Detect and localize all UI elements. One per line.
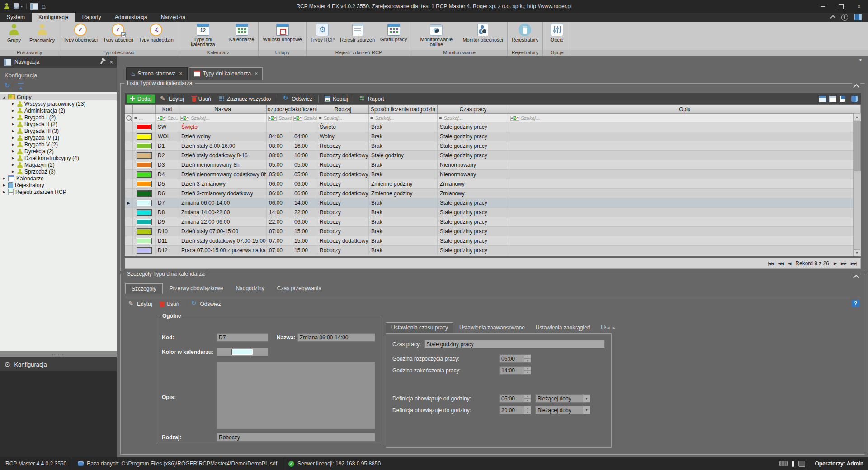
tree-item-magazyn-2-[interactable]: ▶Magazyn (2): [0, 161, 117, 168]
column-header-nazwa[interactable]: Nazwa: [179, 105, 267, 114]
time-spinner-godzina-zakończenia-pracy-[interactable]: 14:00▲▼: [499, 366, 531, 375]
tree-collapse-icon[interactable]: ▶: [11, 156, 15, 160]
filter-cell[interactable]: =Szukaj...: [369, 114, 438, 122]
filter-cell[interactable]: =Szukaj...: [438, 114, 509, 122]
tree-collapse-icon[interactable]: ▶: [2, 177, 6, 180]
equals-filter-icon[interactable]: =: [439, 115, 442, 121]
menu-tab-narzędzia[interactable]: Narzędzia: [154, 13, 192, 22]
chevron-down-icon[interactable]: ▼: [583, 406, 590, 414]
minimize-button[interactable]: [814, 0, 832, 13]
filter-cell[interactable]: ABCSzu...: [156, 114, 179, 122]
table-row-d8[interactable]: D8Zmiana 14:00-22:0014:0022:00RoboczyBra…: [125, 208, 861, 217]
column-header-rodzaj[interactable]: Rodzaj: [317, 105, 369, 114]
tab-ustawienia-zaokrągleń[interactable]: Ustawienia zaokrągleń: [531, 323, 595, 333]
spinner-down-icon[interactable]: ▼: [524, 359, 531, 362]
filter-cell[interactable]: ABCSzukaj...: [509, 114, 861, 122]
close-tab-icon[interactable]: ×: [179, 70, 183, 77]
ribbon-button-rejestratory[interactable]: Rejestratory: [509, 23, 541, 49]
table-row-sw[interactable]: SWŚwiętoŚwiętoBrakStałe godziny pracy: [125, 122, 861, 132]
spinner-up-icon[interactable]: ▲: [524, 406, 531, 410]
vertical-scrollbar[interactable]: ▲ ▼: [853, 113, 861, 256]
menu-tab-system[interactable]: System: [0, 13, 32, 22]
spinner-up-icon[interactable]: ▲: [524, 395, 531, 399]
tree-collapse-icon[interactable]: ▶: [11, 170, 15, 174]
column-header-zakończenie[interactable]: Zakończenie: [292, 105, 317, 114]
tab-szczegóły[interactable]: Szczegóły: [125, 283, 163, 294]
menu-tab-administracja[interactable]: Administracja: [108, 13, 154, 22]
tree-collapse-icon[interactable]: ▶: [11, 136, 15, 140]
toolbar-button-odśwież[interactable]: Odśwież: [280, 95, 316, 103]
time-spinner-definicja-obowiązuje-do-godziny-[interactable]: 20:00▲▼: [499, 406, 531, 414]
tree-collapse-icon[interactable]: ▶: [11, 122, 15, 126]
tree-item-brygada-v-2-[interactable]: ▶Brygada V (2): [0, 141, 117, 148]
column-header-opis[interactable]: Opis: [509, 105, 861, 114]
work-time-field[interactable]: Stałe godziny pracy: [424, 340, 605, 348]
ribbon-button-typy-absencji[interactable]: Typy absencji: [101, 23, 136, 49]
tree-collapse-icon[interactable]: ▶: [11, 163, 15, 167]
tree-collapse-icon[interactable]: ▶: [11, 109, 15, 113]
spinner-down-icon[interactable]: ▼: [524, 410, 531, 414]
filter-cell[interactable]: ABCSzukaj...: [179, 114, 267, 122]
tab-czas-przebywania[interactable]: Czas przebywania: [271, 283, 327, 294]
name-field[interactable]: Zmiana 06:00-14:00: [297, 333, 375, 342]
filter-cell[interactable]: =...: [133, 114, 156, 122]
toolbar-button-edytuj[interactable]: Edytuj: [125, 300, 155, 308]
spinner-up-icon[interactable]: ▲: [524, 367, 531, 371]
equals-filter-icon[interactable]: =: [319, 115, 321, 121]
tree-item-sprzedaż-3-[interactable]: ▶Sprzedaż (3): [0, 168, 117, 175]
column-header-blank[interactable]: [125, 105, 133, 114]
ribbon-button-monitorowanie-online[interactable]: Monitorowanie online: [413, 23, 459, 49]
table-row-d6[interactable]: D6Dzień 3-zmianowy dodatkowy06:0006:00Ro…: [125, 189, 861, 198]
first-record-button[interactable]: |◀◀: [768, 261, 774, 266]
window-layout-icon[interactable]: [854, 14, 862, 20]
help-button[interactable]: ?: [852, 300, 859, 307]
spinner-down-icon[interactable]: ▼: [524, 371, 531, 374]
table-row-d2[interactable]: D2Dzień stały dodatkowy 8-1608:0016:00Ro…: [125, 151, 861, 160]
toolbar-button-edytuj[interactable]: Edytuj: [157, 95, 187, 103]
code-field[interactable]: D7: [217, 333, 268, 342]
abc-filter-icon[interactable]: ABC: [293, 116, 302, 121]
tab-scroll-right-icon[interactable]: ▶: [613, 326, 615, 330]
ribbon-button-typy-nadgodzin[interactable]: Typy nadgodzin: [137, 23, 176, 49]
spinner-up-icon[interactable]: ▲: [524, 355, 531, 359]
panel-blue-icon[interactable]: [851, 96, 858, 102]
prev-record-button[interactable]: ◀: [788, 261, 791, 266]
table-row-wol[interactable]: WOLDzień wolny04:0004:00WolnyBrakStałe g…: [125, 132, 861, 141]
filter-cell[interactable]: =Szukaj...: [317, 114, 369, 122]
tree-item-rejestratory[interactable]: ▶Rejestratory: [0, 182, 117, 188]
ribbon-button-typy-obecności[interactable]: Typy obecności: [61, 23, 100, 49]
tree-collapse-icon[interactable]: ▶: [2, 183, 6, 187]
close-tab-icon[interactable]: ×: [255, 70, 258, 77]
tab-strona-startowa[interactable]: ⌂Strona startowa×: [126, 67, 188, 80]
chevron-down-icon[interactable]: ▼: [859, 58, 863, 62]
tree-item-grupy[interactable]: ◢Grupy: [0, 94, 117, 100]
chevron-down-icon[interactable]: ▼: [583, 394, 590, 403]
tree-collapse-icon[interactable]: ▶: [11, 129, 15, 133]
column-header-kod[interactable]: Kod: [156, 105, 179, 114]
table-view-icon[interactable]: [819, 96, 826, 102]
tree-item-brygada-iv-1-[interactable]: ▶Brygada IV (1): [0, 134, 117, 141]
pin-icon[interactable]: [100, 60, 104, 64]
close-button[interactable]: ×: [850, 0, 868, 13]
navigation-panel-icon[interactable]: [30, 3, 38, 10]
calendar-color-field[interactable]: [217, 348, 268, 356]
tab-typy-dni-kalendarza[interactable]: Typy dni kalendarza×: [189, 67, 263, 80]
tree-item-rejestr-zdarzeń-rcp[interactable]: ▶Rejestr zdarzeń RCP: [0, 188, 117, 195]
description-textarea[interactable]: [217, 362, 375, 429]
next-page-button[interactable]: ▶▶: [841, 261, 846, 266]
tree-collapse-icon[interactable]: ▶: [11, 102, 15, 106]
next-record-button[interactable]: ▶: [834, 261, 836, 266]
equals-filter-icon[interactable]: =: [134, 115, 137, 121]
dropdown-caret-icon[interactable]: ▾: [21, 5, 23, 9]
column-header-czas-pracy[interactable]: Czas pracy: [438, 105, 509, 114]
ribbon-button-grafik-pracy[interactable]: Grafik pracy: [378, 23, 409, 49]
tree-item-dyrekcja-2-[interactable]: ▶Dyrekcja (2): [0, 148, 117, 155]
table-row-d10[interactable]: D10Dzień stały 07:00-15:0007:0015:00Robo…: [125, 227, 861, 236]
tree-collapse-icon[interactable]: ▶: [11, 150, 15, 153]
ribbon-button-monitor-obecności[interactable]: Monitor obecności: [460, 23, 505, 49]
toolbar-button-raport[interactable]: Raport: [357, 95, 387, 103]
period-select-definicja-obowiązuje-od-godziny-[interactable]: Bieżącej doby▼: [535, 394, 590, 403]
toolbar-button-usuń[interactable]: Usuń: [189, 95, 214, 103]
filter-cell[interactable]: ABCSzukaj...: [267, 114, 292, 122]
collapse-group-icon[interactable]: [852, 82, 860, 90]
